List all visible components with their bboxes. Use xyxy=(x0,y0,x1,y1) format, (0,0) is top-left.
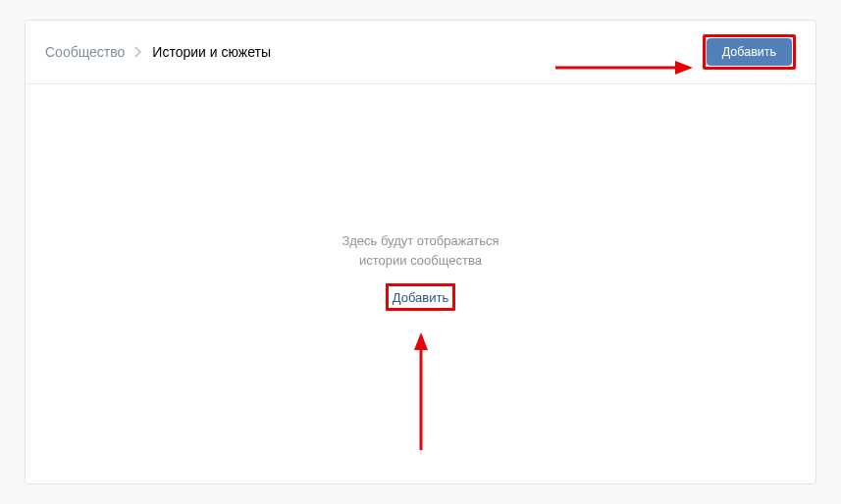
empty-state-text: Здесь будут отображаться истории сообщес… xyxy=(342,231,499,270)
empty-line1: Здесь будут отображаться xyxy=(342,231,499,251)
breadcrumb-current: Истории и сюжеты xyxy=(152,44,271,60)
content-area: Здесь будут отображаться истории сообщес… xyxy=(26,84,815,483)
main-panel: Сообщество Истории и сюжеты Добавить Зде… xyxy=(25,20,816,484)
breadcrumb-parent[interactable]: Сообщество xyxy=(45,44,125,60)
chevron-right-icon xyxy=(134,46,142,58)
breadcrumb: Сообщество Истории и сюжеты xyxy=(45,44,271,60)
empty-line2: истории сообщества xyxy=(342,251,499,271)
header: Сообщество Истории и сюжеты Добавить xyxy=(26,21,815,84)
add-link[interactable]: Добавить xyxy=(393,290,448,305)
annotation-highlight: Добавить xyxy=(703,34,796,70)
add-button[interactable]: Добавить xyxy=(707,38,792,66)
annotation-highlight: Добавить xyxy=(386,283,455,311)
